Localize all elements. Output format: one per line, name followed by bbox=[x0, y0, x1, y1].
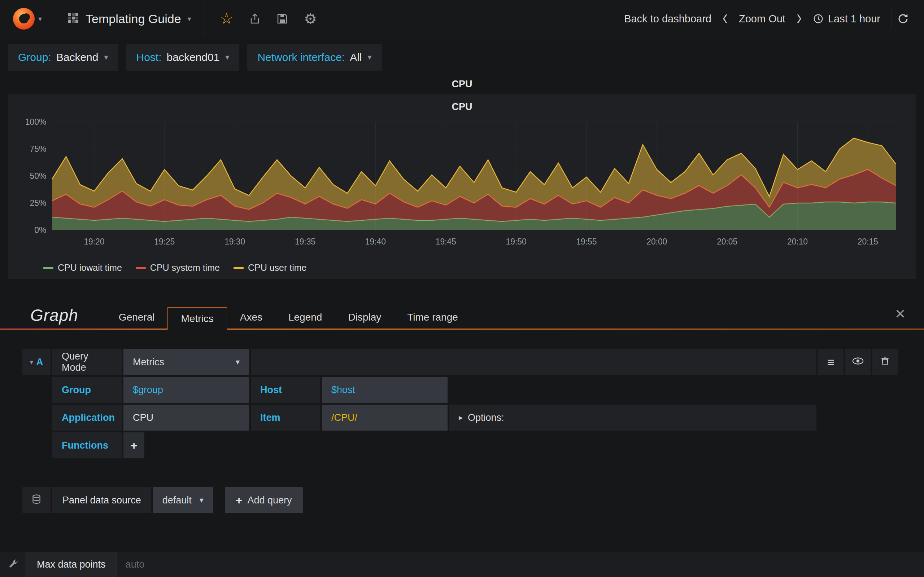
clock-icon bbox=[813, 13, 824, 24]
item-label: Item bbox=[251, 405, 320, 430]
tab-general[interactable]: General bbox=[106, 306, 168, 329]
legend-swatch-icon bbox=[43, 267, 53, 269]
plus-icon: + bbox=[236, 494, 242, 507]
add-function-button[interactable]: + bbox=[123, 432, 144, 458]
chevron-down-icon: ▾ bbox=[188, 15, 191, 23]
options-toggle[interactable]: ▸ Options: bbox=[449, 405, 816, 430]
svg-text:20:05: 20:05 bbox=[717, 237, 737, 246]
plus-icon: + bbox=[131, 439, 137, 452]
legend-label: CPU system time bbox=[150, 263, 220, 273]
panel-header-title[interactable]: CPU bbox=[0, 79, 924, 90]
tab-time-range[interactable]: Time range bbox=[394, 306, 471, 329]
chevron-down-icon: ▾ bbox=[38, 15, 42, 23]
star-icon[interactable]: ☆ bbox=[220, 11, 234, 26]
tab-axes[interactable]: Axes bbox=[227, 306, 275, 329]
variable-value: backend01 bbox=[167, 51, 220, 63]
panel-type-title: Graph bbox=[30, 305, 78, 329]
back-to-dashboard-button[interactable]: Back to dashboard bbox=[624, 13, 711, 25]
row-indent bbox=[23, 405, 50, 430]
chevron-down-icon: ▾ bbox=[104, 53, 108, 62]
query-collapse-toggle[interactable]: ▾ A bbox=[23, 349, 50, 375]
editor-tabs: General Metrics Axes Legend Display Time… bbox=[106, 306, 471, 329]
dashboard-grid-icon bbox=[68, 12, 79, 25]
panel-datasource-label: Panel data source bbox=[52, 487, 151, 513]
chart-title: CPU bbox=[18, 102, 906, 113]
panel-footer: Max data points auto bbox=[0, 552, 924, 577]
legend-swatch-icon bbox=[234, 267, 244, 269]
navbar: ▾ Templating Guide ▾ ☆ ⚙ Back to dashboa… bbox=[0, 0, 924, 37]
svg-text:19:25: 19:25 bbox=[154, 237, 175, 246]
chevron-right-icon[interactable] bbox=[796, 14, 802, 24]
application-label: Application bbox=[52, 405, 122, 430]
query-row-group-host: Group $group Host $host bbox=[23, 377, 898, 403]
query-menu-button[interactable]: ≡ bbox=[818, 349, 843, 375]
datasource-dropdown[interactable]: default ▾ bbox=[153, 487, 213, 513]
host-input[interactable]: $host bbox=[322, 377, 447, 403]
variable-group[interactable]: Group: Backend ▾ bbox=[8, 44, 118, 71]
eye-icon bbox=[852, 357, 864, 368]
cpu-usage-chart[interactable]: 0%25%50%75%100%19:2019:2519:3019:3519:40… bbox=[18, 115, 906, 259]
save-icon[interactable] bbox=[276, 13, 288, 24]
legend-item-system[interactable]: CPU system time bbox=[136, 263, 220, 273]
svg-text:19:20: 19:20 bbox=[84, 237, 104, 246]
template-variables-row: Group: Backend ▾ Host: backend01 ▾ Netwo… bbox=[0, 37, 924, 73]
query-mode-label: Query Mode bbox=[52, 349, 122, 375]
svg-text:19:40: 19:40 bbox=[365, 237, 386, 246]
trash-icon bbox=[880, 356, 890, 369]
variable-label: Network interface: bbox=[257, 51, 345, 63]
time-picker[interactable]: Last 1 hour bbox=[813, 13, 880, 25]
query-mode-dropdown[interactable]: Metrics ▾ bbox=[123, 349, 249, 375]
variable-network-interface[interactable]: Network interface: All ▾ bbox=[247, 44, 381, 71]
chevron-down-icon: ▾ bbox=[368, 53, 372, 62]
variable-label: Group: bbox=[18, 51, 51, 63]
svg-text:19:30: 19:30 bbox=[225, 237, 245, 246]
svg-text:20:00: 20:00 bbox=[646, 237, 667, 246]
navbar-right: Back to dashboard Zoom Out Last 1 hour bbox=[624, 0, 924, 37]
query-editor: ▾ A Query Mode Metrics ▾ ≡ bbox=[0, 330, 924, 458]
tab-metrics[interactable]: Metrics bbox=[168, 307, 227, 330]
chart-legend: CPU iowait time CPU system time CPU user… bbox=[18, 259, 906, 275]
wrench-icon-cell bbox=[0, 552, 26, 577]
tab-display[interactable]: Display bbox=[335, 306, 394, 329]
hamburger-icon: ≡ bbox=[827, 355, 835, 369]
time-range-label: Last 1 hour bbox=[828, 13, 880, 25]
chevron-down-icon: ▾ bbox=[225, 53, 229, 62]
add-query-button[interactable]: + Add query bbox=[225, 487, 303, 513]
variable-value: All bbox=[350, 51, 362, 63]
svg-text:20:15: 20:15 bbox=[858, 237, 878, 246]
chevron-left-icon[interactable] bbox=[722, 14, 728, 24]
query-mode-value: Metrics bbox=[133, 357, 164, 368]
options-label: Options: bbox=[468, 412, 504, 423]
variable-host[interactable]: Host: backend01 ▾ bbox=[126, 44, 240, 71]
svg-text:19:45: 19:45 bbox=[436, 237, 456, 246]
variable-label: Host: bbox=[136, 51, 162, 63]
zoom-out-button[interactable]: Zoom Out bbox=[739, 13, 785, 25]
variable-value: Backend bbox=[56, 51, 99, 63]
legend-swatch-icon bbox=[136, 267, 146, 269]
tab-legend[interactable]: Legend bbox=[275, 306, 335, 329]
group-label: Group bbox=[52, 377, 122, 403]
gear-icon[interactable]: ⚙ bbox=[304, 11, 317, 26]
editor-header: Graph General Metrics Axes Legend Displa… bbox=[0, 299, 924, 329]
dashboard-title: Templating Guide bbox=[86, 12, 181, 26]
query-row-application-item: Application CPU Item /CPU/ ▸ Options: bbox=[23, 405, 898, 430]
item-input[interactable]: /CPU/ bbox=[322, 405, 447, 430]
functions-label: Functions bbox=[52, 432, 122, 458]
refresh-icon[interactable] bbox=[891, 8, 909, 29]
grafana-logo-icon bbox=[13, 8, 35, 29]
legend-item-iowait[interactable]: CPU iowait time bbox=[43, 263, 122, 273]
query-delete-button[interactable] bbox=[872, 349, 898, 375]
grafana-main-menu[interactable]: ▾ bbox=[0, 0, 55, 37]
share-icon[interactable] bbox=[249, 13, 261, 24]
dashboard-picker[interactable]: Templating Guide ▾ bbox=[55, 0, 204, 37]
navbar-actions: ☆ ⚙ bbox=[204, 0, 333, 37]
svg-text:20:10: 20:10 bbox=[787, 237, 808, 246]
legend-label: CPU iowait time bbox=[58, 263, 122, 273]
max-data-points-input[interactable]: auto bbox=[117, 552, 175, 577]
group-input[interactable]: $group bbox=[123, 377, 249, 403]
close-icon[interactable]: × bbox=[876, 305, 924, 322]
application-input[interactable]: CPU bbox=[123, 405, 249, 430]
query-toggle-visibility-button[interactable] bbox=[845, 349, 871, 375]
host-label: Host bbox=[251, 377, 320, 403]
legend-item-user[interactable]: CPU user time bbox=[234, 263, 307, 273]
